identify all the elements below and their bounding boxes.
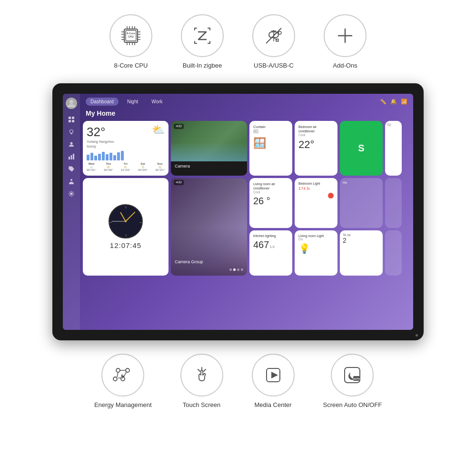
kitchen-value: 467	[253, 239, 269, 250]
zigbee-label: Built-In zigbee	[183, 62, 222, 69]
sidebar-icon-user[interactable]	[67, 139, 76, 149]
wifi-icon: 📶	[401, 99, 407, 105]
sidebar-icon-grid[interactable]	[67, 115, 76, 124]
tab-work[interactable]: Work	[147, 98, 167, 106]
device-frame: Dashboard Night Work ✏️ 🔔 📶 My Hom	[52, 83, 424, 340]
device-camera-dot	[416, 334, 418, 337]
living-ac-subtitle: Cool	[253, 190, 288, 194]
touch-icon	[188, 361, 216, 389]
feature-cpu: 8-Core CPU 8-Core CPU	[109, 14, 152, 69]
tab-dashboard[interactable]: Dashboard	[86, 98, 119, 106]
kitchen-lighting-card: Kitchen lighting 467 Lx	[249, 230, 292, 276]
page-title: My Home	[80, 109, 413, 121]
svg-point-32	[70, 130, 73, 133]
spotify-icon: S	[358, 143, 364, 154]
avatar	[66, 98, 77, 109]
bottom-features-row: Energy Management Touch Screen Med	[0, 345, 476, 418]
svg-point-40	[70, 179, 72, 181]
living-room-ac-card: Living room air conditioner Cool 26 °	[249, 178, 292, 228]
clock-card: 12:07:45	[83, 178, 169, 276]
mini-chart	[87, 151, 165, 160]
weather-location: Yuhang Hangzhou Sunny	[87, 139, 165, 149]
spotify-card: S	[340, 121, 383, 176]
touch-icon-circle	[180, 354, 223, 397]
feature-energy: Energy Management	[94, 354, 152, 408]
camera-info: Camera	[171, 161, 247, 171]
svg-line-48	[124, 371, 127, 377]
svg-text:AUTO: AUTO	[353, 377, 360, 380]
addons-icon-circle	[324, 14, 367, 57]
svg-text:8-Core: 8-Core	[127, 32, 135, 35]
media-label: Media Center	[255, 401, 292, 408]
usb-icon-circle	[252, 14, 295, 57]
cpu-icon-circle: 8-Core CPU	[109, 14, 152, 57]
svg-line-47	[117, 372, 118, 377]
feature-zigbee: Built-In zigbee	[181, 14, 224, 69]
feature-addons: Add-Ons	[324, 14, 367, 69]
camera-group-dots	[229, 268, 243, 271]
partial-card-bot1: Te se 2	[340, 230, 383, 276]
bedroom-ac-title: Bedroom air conditioner	[298, 125, 334, 133]
notification-icon[interactable]: 🔔	[390, 99, 397, 105]
svg-text:CPU: CPU	[128, 35, 134, 38]
zigbee-icon	[188, 21, 217, 50]
sidebar-icon-lightbulb[interactable]	[67, 127, 76, 137]
bedroom-light-title: Bedroom Light	[298, 182, 334, 185]
svg-point-39	[70, 168, 71, 169]
addons-label: Add-Ons	[333, 62, 357, 69]
usb-label: USB-A/USB-C	[254, 62, 294, 69]
svg-point-22	[278, 31, 281, 34]
bedroom-ac-subtitle: Cool	[298, 133, 334, 137]
svg-point-35	[70, 142, 73, 145]
auto-icon-circle: AUTO	[331, 354, 374, 397]
svg-point-42	[116, 368, 120, 372]
living-ac-title: Living room air conditioner	[253, 182, 288, 190]
kitchen-unit: Lx	[270, 244, 275, 249]
camera-time-badge: 48秒	[174, 124, 184, 129]
partial-text-mid1: Ho	[343, 181, 380, 184]
edit-icon[interactable]: ✏️	[380, 99, 387, 105]
bedroom-ac-value: 22°	[298, 139, 334, 151]
clock-face	[109, 204, 143, 238]
partial-right-mid	[385, 178, 402, 228]
svg-rect-37	[71, 155, 72, 159]
sidebar-icon-chart[interactable]	[67, 152, 76, 161]
living-light-icon: 💡	[298, 243, 334, 254]
weather-card: 32° Yuhang Hangzhou Sunny ⛅	[83, 121, 169, 176]
bedroom-light-value: 174 lx	[298, 186, 334, 191]
media-icon	[259, 361, 288, 389]
svg-point-45	[113, 377, 117, 381]
device-screen: Dashboard Night Work ✏️ 🔔 📶 My Hom	[63, 94, 413, 330]
energy-icon-circle	[101, 354, 144, 397]
top-bar: Dashboard Night Work ✏️ 🔔 📶	[80, 94, 413, 109]
svg-rect-31	[72, 120, 74, 122]
living-light-title: Living room Light	[298, 234, 334, 238]
feature-usb: USB-A/USB-C	[252, 14, 295, 69]
partial-card-mid1: Ho	[340, 178, 383, 228]
tab-night[interactable]: Night	[122, 98, 143, 106]
weather-icon: ⛅	[152, 124, 165, 136]
dashboard-grid: 32° Yuhang Hangzhou Sunny ⛅	[80, 121, 413, 330]
auto-label: Screen Auto ON/OFF	[323, 401, 382, 408]
partial-card-top: Sp	[385, 121, 402, 176]
bedroom-light-card: Bedroom Light 174 lx	[295, 178, 337, 228]
sidebar-icon-tag[interactable]	[67, 164, 76, 174]
curtain-card: Curtain 80 🪟	[249, 121, 292, 176]
sidebar-icon-person[interactable]	[67, 177, 76, 186]
svg-point-41	[70, 193, 72, 195]
top-features-row: 8-Core CPU 8-Core CPU Built-In zigbee	[0, 0, 476, 79]
auto-icon: AUTO	[338, 361, 367, 389]
energy-label: Energy Management	[94, 401, 152, 408]
camera-group-time: 48秒	[174, 180, 184, 185]
camera-feed: 48秒	[171, 121, 247, 161]
curtain-value: 80	[253, 129, 288, 134]
camera-card: 48秒 Camera	[171, 121, 247, 176]
sidebar-icon-cog[interactable]	[67, 189, 76, 198]
kitchen-value-row: 467 Lx	[253, 239, 288, 250]
living-room-light-card: Living room Light On 💡	[295, 230, 337, 276]
cpu-label: 8-Core CPU	[114, 62, 148, 69]
partial-text: Sp	[385, 121, 402, 128]
svg-point-27	[69, 100, 73, 104]
zigbee-icon-circle	[181, 14, 224, 57]
cpu-icon: 8-Core CPU	[117, 21, 145, 50]
